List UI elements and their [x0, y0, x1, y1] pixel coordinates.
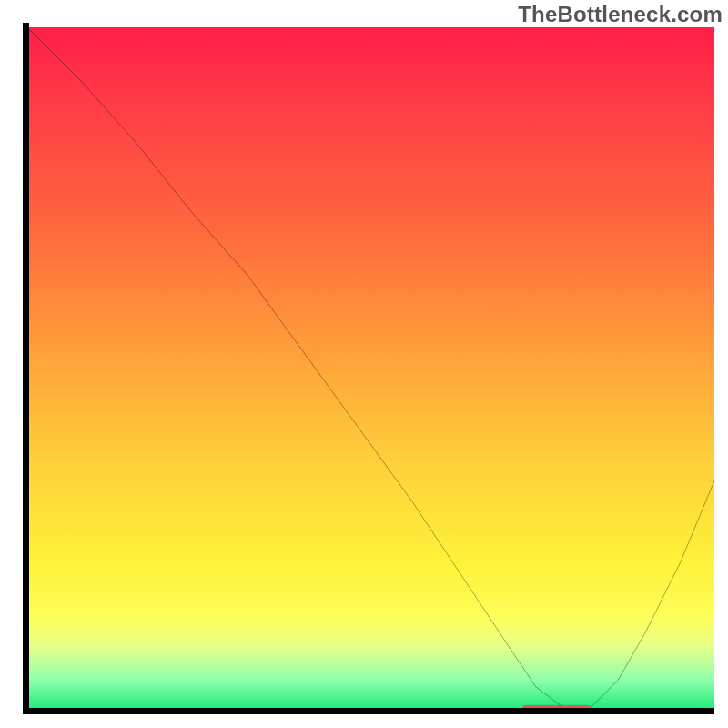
- bottleneck-curve: [27, 27, 714, 714]
- watermark-text: TheBottleneck.com: [518, 2, 723, 27]
- plot-area: [27, 27, 714, 714]
- chart-container: TheBottleneck.com: [0, 0, 728, 728]
- min-marker: [522, 705, 592, 713]
